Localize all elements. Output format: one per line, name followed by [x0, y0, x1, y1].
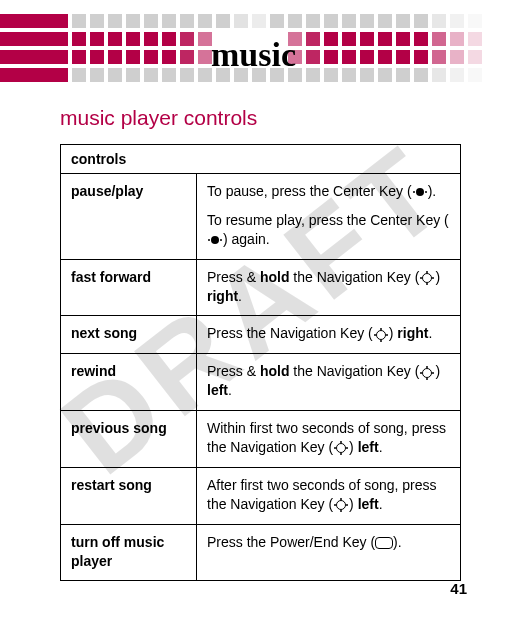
nav-key-icon: [374, 328, 388, 342]
row-desc: Press & hold the Navigation Key () right…: [197, 259, 461, 316]
center-key-icon: [413, 185, 427, 199]
nav-key-icon: [420, 271, 434, 285]
nav-key-icon: [334, 498, 348, 512]
table-row: fast forward Press & hold the Navigation…: [61, 259, 461, 316]
row-label: next song: [61, 316, 197, 354]
center-key-icon: [208, 233, 222, 247]
end-key-icon: [375, 537, 393, 549]
nav-key-icon: [420, 366, 434, 380]
table-row: restart song After first two seconds of …: [61, 467, 461, 524]
row-label: pause/play: [61, 174, 197, 260]
controls-table: controls pause/play To pause, press the …: [60, 144, 461, 581]
section-heading: music player controls: [60, 106, 461, 130]
table-row: rewind Press & hold the Navigation Key (…: [61, 354, 461, 411]
row-desc: Press the Power/End Key ().: [197, 524, 461, 581]
table-row: next song Press the Navigation Key () ri…: [61, 316, 461, 354]
nav-key-icon: [334, 441, 348, 455]
row-desc: Press & hold the Navigation Key () left.: [197, 354, 461, 411]
page-number: 41: [450, 580, 467, 597]
row-desc: Within first two seconds of song, press …: [197, 411, 461, 468]
table-row: pause/play To pause, press the Center Ke…: [61, 174, 461, 260]
row-desc: After first two seconds of song, press t…: [197, 467, 461, 524]
row-label: restart song: [61, 467, 197, 524]
row-label: rewind: [61, 354, 197, 411]
row-label: fast forward: [61, 259, 197, 316]
table-row: previous song Within first two seconds o…: [61, 411, 461, 468]
row-label: turn off music player: [61, 524, 197, 581]
header-dots: [0, 0, 507, 92]
row-desc: Press the Navigation Key () right.: [197, 316, 461, 354]
row-desc: To pause, press the Center Key (). To re…: [197, 174, 461, 260]
row-label: previous song: [61, 411, 197, 468]
table-header: controls: [61, 145, 461, 174]
table-row: turn off music player Press the Power/En…: [61, 524, 461, 581]
header-decoration: music: [0, 0, 507, 92]
